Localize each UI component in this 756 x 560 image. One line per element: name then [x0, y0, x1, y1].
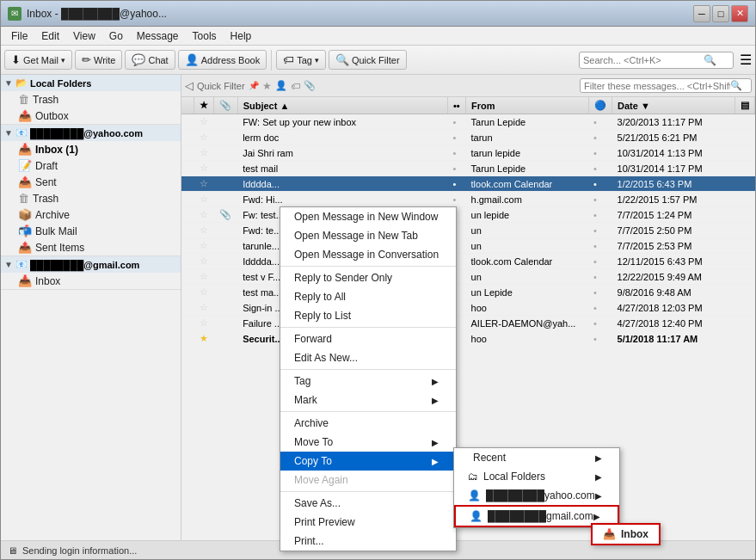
- row-star[interactable]: ☆: [194, 285, 213, 300]
- pin-icon[interactable]: 📌: [249, 81, 259, 90]
- table-row[interactable]: ☆ Idddda... • tlook.com Calendar • 12/11…: [181, 254, 755, 269]
- col-from[interactable]: From: [466, 97, 589, 114]
- filter-back-icon[interactable]: ◁: [185, 79, 194, 92]
- table-row[interactable]: ☆ 📎 Fw: test... • un lepide • 7/7/2015 1…: [181, 207, 755, 223]
- context-menu-item-5[interactable]: Reply to List: [280, 306, 456, 325]
- attach-filter-icon[interactable]: 📎: [304, 80, 316, 91]
- row-extra: [734, 238, 754, 254]
- sub-menu-item-1[interactable]: 🗂 Local Folders ▶: [454, 467, 619, 486]
- sub-menu-item-2[interactable]: 👤 ████████yahoo.com ▶: [454, 486, 619, 505]
- row-dot1: •: [447, 176, 465, 192]
- row-star[interactable]: ☆: [194, 254, 213, 269]
- maximize-button[interactable]: □: [712, 5, 729, 22]
- row-star[interactable]: ★: [194, 331, 213, 347]
- write-button[interactable]: ✏ Write: [75, 50, 122, 70]
- tag-button[interactable]: 🏷 Tag ▾: [276, 50, 326, 70]
- context-menu-item-7[interactable]: Edit As New...: [280, 348, 456, 367]
- chat-button[interactable]: 💬 Chat: [125, 50, 175, 70]
- context-menu-item-13[interactable]: Move Again: [280, 471, 456, 489]
- tag-filter-icon[interactable]: 🏷: [291, 81, 300, 91]
- yahoo-account-header[interactable]: ▼ 📧 ████████@yahoo.com: [1, 125, 181, 141]
- row-star[interactable]: ☆: [194, 161, 213, 176]
- context-menu-item-15[interactable]: Print Preview: [280, 513, 456, 532]
- sidebar-item-draft-yahoo[interactable]: 📝 Draft: [1, 157, 181, 174]
- context-menu-item-9[interactable]: Mark▶: [280, 391, 456, 409]
- col-star[interactable]: ★: [194, 97, 213, 114]
- table-row[interactable]: ☆ lerm doc • tarun • 5/21/2015 6:21 PM: [181, 130, 755, 145]
- col-extra[interactable]: ▤: [734, 97, 754, 114]
- contact-filter-icon[interactable]: 👤: [275, 80, 287, 91]
- local-folders-header[interactable]: ▼ 📂 Local Folders: [1, 75, 181, 91]
- sidebar-item-inbox-yahoo[interactable]: 📥 Inbox (1): [1, 141, 181, 157]
- table-row[interactable]: ☆ test ma... • un Lepide • 9/8/2016 9:48…: [181, 285, 755, 300]
- filter-search-input[interactable]: [584, 81, 730, 91]
- menu-message[interactable]: Message: [130, 28, 186, 44]
- star-filter-icon[interactable]: ★: [262, 80, 272, 92]
- context-menu-item-3[interactable]: Reply to Sender Only: [280, 268, 456, 287]
- table-row[interactable]: ☆ Failure ... • AILER-DAEMON@yah... • 4/…: [181, 316, 755, 331]
- sidebar-item-sentitems-yahoo[interactable]: 📤 Sent Items: [1, 239, 181, 255]
- row-star[interactable]: ☆: [194, 130, 213, 145]
- row-star[interactable]: ☆: [194, 238, 213, 254]
- quick-filter-button[interactable]: 🔍 Quick Filter: [329, 50, 407, 70]
- row-star[interactable]: ☆: [194, 300, 213, 316]
- sidebar-item-trash-local[interactable]: 🗑 Trash: [1, 91, 181, 108]
- sidebar-item-archive-yahoo[interactable]: 📦 Archive: [1, 206, 181, 223]
- sidebar-item-outbox-local[interactable]: 📤 Outbox: [1, 108, 181, 124]
- context-menu-item-6[interactable]: Forward: [280, 329, 456, 348]
- search-icon[interactable]: 🔍: [704, 54, 716, 66]
- menu-help[interactable]: Help: [224, 28, 259, 44]
- search-input[interactable]: [583, 55, 704, 65]
- row-star[interactable]: ☆: [194, 316, 213, 331]
- gmail-account-header[interactable]: ▼ 📧 ████████@gmail.com: [1, 256, 181, 273]
- table-row[interactable]: ☆ Fwd: te... • un • 7/7/2015 2:50 PM: [181, 223, 755, 238]
- col-indicator[interactable]: [181, 97, 194, 114]
- address-book-button[interactable]: 👤 Address Book: [178, 50, 267, 70]
- row-star[interactable]: ☆: [194, 192, 213, 207]
- context-menu-item-2[interactable]: Open Message in Conversation: [280, 245, 456, 264]
- row-star[interactable]: ☆: [194, 223, 213, 238]
- col-attach[interactable]: 📎: [214, 97, 237, 114]
- col-date[interactable]: Date ▼: [612, 97, 735, 114]
- subsub-menu-item-0[interactable]: 📥 Inbox: [593, 525, 659, 544]
- menu-tools[interactable]: Tools: [186, 28, 224, 44]
- app-menu-icon[interactable]: ☰: [740, 52, 752, 68]
- col-subject[interactable]: Subject ▲: [237, 97, 447, 114]
- get-mail-button[interactable]: ⬇ Get Mail ▾: [4, 50, 72, 70]
- menu-file[interactable]: File: [4, 28, 34, 44]
- close-button[interactable]: ✕: [731, 5, 748, 22]
- table-row[interactable]: ☆ Sign-in ... • hoo • 4/27/2018 12:03 PM: [181, 300, 755, 316]
- context-menu-item-10[interactable]: Archive: [280, 414, 456, 433]
- table-row[interactable]: ☆ tarunle... • un • 7/7/2015 2:53 PM: [181, 238, 755, 254]
- sidebar-item-sent-yahoo[interactable]: 📤 Sent: [1, 174, 181, 190]
- context-menu-item-16[interactable]: Print...: [280, 532, 456, 551]
- sidebar-item-trash-yahoo[interactable]: 🗑 Trash: [1, 190, 181, 206]
- row-star[interactable]: ☆: [194, 207, 213, 223]
- table-row[interactable]: ☆ test mail • Tarun Lepide • 10/31/2014 …: [181, 161, 755, 176]
- context-menu-item-8[interactable]: Tag▶: [280, 372, 456, 391]
- menu-view[interactable]: View: [66, 28, 102, 44]
- sub-menu-item-0[interactable]: Recent ▶: [454, 448, 619, 467]
- row-star[interactable]: ☆: [194, 176, 213, 192]
- table-row[interactable]: ☆ Fwd: Hi... • h.gmail.com • 1/22/2015 1…: [181, 192, 755, 207]
- minimize-button[interactable]: ─: [693, 5, 710, 22]
- table-row[interactable]: ☆ Jai Shri ram • tarun lepide • 10/31/20…: [181, 145, 755, 161]
- row-star[interactable]: ☆: [194, 145, 213, 161]
- menu-go[interactable]: Go: [102, 28, 130, 44]
- context-menu-item-12[interactable]: Copy To▶: [280, 452, 456, 471]
- filter-search-icon[interactable]: 🔍: [730, 80, 742, 91]
- table-row[interactable]: ★ Securit... • hoo • 5/1/2018 11:17 AM: [181, 331, 755, 347]
- row-star[interactable]: ☆: [194, 269, 213, 285]
- menu-edit[interactable]: Edit: [34, 28, 66, 44]
- table-row[interactable]: ☆ FW: Set up your new inbox • Tarun Lepi…: [181, 114, 755, 130]
- context-menu-item-1[interactable]: Open Message in New Tab: [280, 226, 456, 245]
- context-menu-item-11[interactable]: Move To▶: [280, 433, 456, 452]
- context-menu-item-14[interactable]: Save As...: [280, 494, 456, 513]
- sidebar-item-inbox-gmail[interactable]: 📥 Inbox: [1, 273, 181, 289]
- table-row[interactable]: ☆ Idddda... • tlook.com Calendar • 1/2/2…: [181, 176, 755, 192]
- sidebar-item-bulk-yahoo[interactable]: 📬 Bulk Mail: [1, 223, 181, 239]
- context-menu-item-0[interactable]: Open Message in New Window: [280, 207, 456, 226]
- table-row[interactable]: ☆ test v F... • un • 12/22/2015 9:49 AM: [181, 269, 755, 285]
- context-menu-item-4[interactable]: Reply to All: [280, 287, 456, 306]
- row-star[interactable]: ☆: [194, 114, 213, 130]
